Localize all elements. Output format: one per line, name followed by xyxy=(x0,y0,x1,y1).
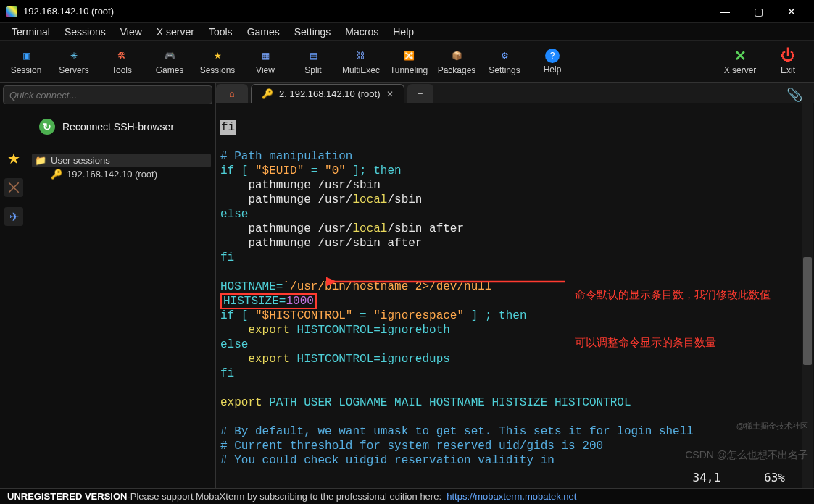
terminal-line: # Path manipulation xyxy=(220,150,352,163)
reconnect-label: Reconnect SSH-browser xyxy=(62,121,174,133)
annotation-text: 命令默认的显示条目数，我们修改此数值 可以调整命令显示的条目数量 xyxy=(575,255,771,382)
tool-label: Split xyxy=(304,65,321,75)
tool-xserver[interactable]: ✕X server xyxy=(721,48,759,75)
app-icon xyxy=(6,6,17,17)
minimize-button[interactable]: — xyxy=(708,0,742,23)
cursor-highlight: fi xyxy=(220,120,236,135)
tool-label: Session xyxy=(11,65,42,75)
power-icon: ⏻ xyxy=(780,48,796,64)
tools-icon: 🛠 xyxy=(114,48,130,64)
menu-terminal[interactable]: Terminal xyxy=(6,25,56,39)
menu-view[interactable]: View xyxy=(115,25,148,39)
tool-view[interactable]: ▦View xyxy=(246,48,284,75)
paperclip-icon[interactable]: 📎 xyxy=(781,87,808,103)
key-icon: 🔑 xyxy=(262,88,273,99)
menu-sessions[interactable]: Sessions xyxy=(59,25,112,39)
maximize-button[interactable]: ▢ xyxy=(742,0,775,23)
tool-split[interactable]: ▤Split xyxy=(294,48,332,75)
plus-icon: ＋ xyxy=(415,87,425,100)
tunneling-icon: 🔀 xyxy=(401,48,417,64)
tool-session[interactable]: ▣Session xyxy=(7,48,45,75)
tool-sessions[interactable]: ★Sessions xyxy=(199,48,236,75)
games-icon: 🎮 xyxy=(162,48,178,64)
menu-xserver[interactable]: X server xyxy=(151,25,200,39)
main-area: ⌂ 🔑 2. 192.168.142.10 (root) ✕ ＋ 📎 fi # … xyxy=(216,83,814,488)
terminal-line: # You could check uidgid reservation val… xyxy=(220,454,555,467)
tool-label: Tunneling xyxy=(390,65,428,75)
tool-settings[interactable]: ⚙Settings xyxy=(486,48,523,75)
terminal-line: pathmunge /usr/local/sbin xyxy=(220,193,422,206)
scrollbar-thumb[interactable] xyxy=(803,257,812,365)
menu-tools[interactable]: Tools xyxy=(203,25,238,39)
tool-label: Sessions xyxy=(200,65,236,75)
tool-tools[interactable]: 🛠Tools xyxy=(103,48,141,75)
terminal-line: pathmunge /usr/local/sbin after xyxy=(220,222,464,235)
tool-tunneling[interactable]: 🔀Tunneling xyxy=(390,48,428,75)
star-icon: ★ xyxy=(209,48,225,64)
favorites-tab-icon[interactable]: ★ xyxy=(4,149,23,168)
tab-new[interactable]: ＋ xyxy=(407,84,433,103)
tool-label: Settings xyxy=(489,65,520,75)
terminal-line: else xyxy=(220,208,248,221)
tree-group-label: User sessions xyxy=(51,155,110,166)
tool-games[interactable]: 🎮Games xyxy=(151,48,188,75)
menu-settings[interactable]: Settings xyxy=(288,25,337,39)
tool-exit[interactable]: ⏻Exit xyxy=(769,48,807,75)
cursor-position: 34,1 xyxy=(693,471,721,485)
view-icon: ▦ xyxy=(257,48,273,64)
send-tab-icon[interactable]: ✈ xyxy=(4,207,23,226)
terminal-line: HOSTNAME=`/usr/bin/hostname 2>/dev/null` xyxy=(220,280,499,293)
terminal-line: if [ "$HISTCONTROL" = "ignorespace" ] ; … xyxy=(220,309,527,322)
tab-session[interactable]: 🔑 2. 192.168.142.10 (root) ✕ xyxy=(251,84,404,103)
terminal-line: # Current threshold for system reserved … xyxy=(220,440,603,453)
home-icon: ⌂ xyxy=(229,88,235,99)
menu-games[interactable]: Games xyxy=(241,25,286,39)
tool-label: Servers xyxy=(59,65,88,75)
terminal[interactable]: fi # Path manipulation if [ "$EUID" = "0… xyxy=(216,103,814,488)
tool-label: Help xyxy=(544,64,562,75)
footer-link[interactable]: https://mobaxterm.mobatek.net xyxy=(447,491,576,502)
tool-label: Exit xyxy=(781,65,795,75)
terminal-line: else xyxy=(220,338,248,351)
tool-multiexec[interactable]: ⛓MultiExec xyxy=(342,48,380,75)
terminal-line: fi xyxy=(220,367,234,380)
menu-macros[interactable]: Macros xyxy=(339,25,384,39)
session-icon: ▣ xyxy=(18,48,34,64)
terminal-line: export HISTCONTROL=ignoreboth xyxy=(220,324,450,337)
session-item[interactable]: 🔑 192.168.142.10 (root) xyxy=(32,167,211,181)
tool-packages[interactable]: 📦Packages xyxy=(438,48,475,75)
tree-group-header[interactable]: 📁 User sessions xyxy=(32,154,211,167)
quick-connect-input[interactable] xyxy=(3,85,212,104)
toolbar: ▣Session ✳Servers 🛠Tools 🎮Games ★Session… xyxy=(0,41,814,83)
tool-label: Games xyxy=(156,65,184,75)
vim-statusline: 34,1 63% xyxy=(693,471,785,485)
tool-label: Tools xyxy=(112,65,132,75)
terminal-scrollbar[interactable] xyxy=(802,103,813,488)
scroll-percent: 63% xyxy=(764,471,785,485)
close-tab-icon[interactable]: ✕ xyxy=(386,89,394,99)
terminal-line: # By default, we want umask to get set. … xyxy=(220,425,694,438)
multiexec-icon: ⛓ xyxy=(353,48,369,64)
close-button[interactable]: ✕ xyxy=(775,0,808,23)
tool-label: X server xyxy=(724,65,757,75)
tool-help[interactable]: ?Help xyxy=(533,48,571,75)
split-icon: ▤ xyxy=(305,48,321,64)
menubar: Terminal Sessions View X server Tools Ga… xyxy=(0,23,814,41)
refresh-icon: ↻ xyxy=(39,119,55,135)
tool-servers[interactable]: ✳Servers xyxy=(55,48,93,75)
annotation-line1: 命令默认的显示条目数，我们修改此数值 xyxy=(575,287,771,303)
servers-icon: ✳ xyxy=(66,48,82,64)
terminal-line: if [ "$EUID" = "0" ]; then xyxy=(220,164,402,177)
terminal-line: pathmunge /usr/sbin xyxy=(220,179,381,192)
footer-msg: Please support MobaXterm by subscribing … xyxy=(130,491,441,502)
reconnect-ssh-button[interactable]: ↻ Reconnect SSH-browser xyxy=(28,114,215,139)
menu-help[interactable]: Help xyxy=(387,25,420,39)
tab-home[interactable]: ⌂ xyxy=(216,84,248,103)
help-icon: ? xyxy=(545,49,560,63)
tool-label: Packages xyxy=(438,65,476,75)
tools-tab-icon[interactable] xyxy=(4,178,23,197)
tool-label: View xyxy=(256,65,275,75)
sidebar: ↻ Reconnect SSH-browser 📁 User sessions … xyxy=(0,83,216,488)
histsize-line: HISTSIZE=1000 xyxy=(220,293,317,309)
session-tree: 📁 User sessions 🔑 192.168.142.10 (root) xyxy=(28,152,215,182)
